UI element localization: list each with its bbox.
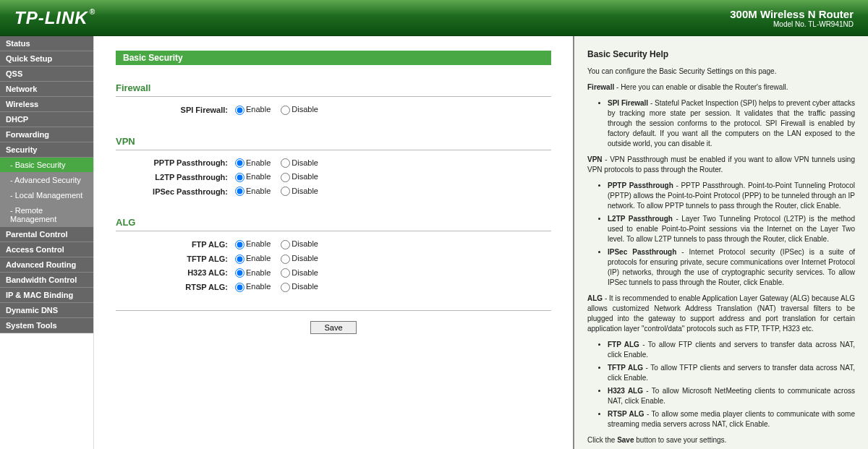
sidebar-item-network[interactable]: Network	[0, 82, 93, 97]
radio-text-h323-disable: Disable	[292, 268, 318, 277]
help-save: Click the Save button to save your setti…	[587, 435, 855, 445]
label-rtsp: RTSP ALG:	[116, 283, 235, 291]
radio-input-spi-enable[interactable]	[235, 106, 244, 115]
radios-spi: EnableDisable	[235, 105, 326, 115]
radio-text-spi-enable: Enable	[246, 105, 271, 114]
main-content: Basic Security FirewallSPI Firewall:Enab…	[94, 36, 573, 449]
sidebar-item-basic-security[interactable]: - Basic Security	[0, 158, 93, 173]
sidebar-item-wireless[interactable]: Wireless	[0, 97, 93, 112]
help-tftp-label: TFTP ALG	[608, 364, 643, 372]
help-ftp-text: - To allow FTP clients and servers to tr…	[608, 341, 855, 359]
sidebar-item-dynamic-dns[interactable]: Dynamic DNS	[0, 303, 93, 318]
row-ftp: FTP ALG:EnableDisable	[116, 237, 551, 252]
radio-input-pptp-disable[interactable]	[281, 158, 290, 168]
radio-input-ipsec-disable[interactable]	[281, 187, 290, 196]
help-l2tp-label: L2TP Passthrough	[608, 215, 673, 223]
save-wrap: Save	[116, 321, 551, 334]
sidebar-item-system-tools[interactable]: System Tools	[0, 318, 93, 333]
radio-l2tp-enable[interactable]: Enable	[235, 172, 271, 182]
radio-input-h323-disable[interactable]	[281, 268, 290, 278]
radio-text-tftp-disable: Disable	[292, 254, 318, 262]
help-ipsec: IPSec Passthrough - Internet Protocol se…	[608, 247, 855, 288]
logo-text: TP-LINK®	[14, 8, 95, 28]
help-pptp: PPTP Passthrough - PPTP Passthrough. Poi…	[608, 181, 855, 211]
radio-input-rtsp-enable[interactable]	[235, 283, 244, 292]
radio-spi-enable[interactable]: Enable	[235, 105, 271, 115]
radio-ipsec-enable[interactable]: Enable	[235, 187, 271, 197]
radio-h323-enable[interactable]: Enable	[235, 268, 271, 278]
radio-pptp-enable[interactable]: Enable	[235, 158, 271, 168]
radio-input-tftp-enable[interactable]	[235, 255, 244, 264]
radio-rtsp-disable[interactable]: Disable	[281, 282, 318, 292]
header: TP-LINK® 300M Wireless N Router Model No…	[0, 0, 868, 36]
radio-pptp-disable[interactable]: Disable	[281, 158, 318, 168]
help-save-prefix: Click the	[587, 436, 617, 444]
help-ftp-label: FTP ALG	[608, 341, 639, 348]
sidebar-item-status[interactable]: Status	[0, 36, 93, 51]
sidebar-item-qss[interactable]: QSS	[0, 67, 93, 82]
radio-tftp-enable[interactable]: Enable	[235, 254, 271, 264]
radio-spi-disable[interactable]: Disable	[281, 105, 318, 115]
sidebar-item-quick-setup[interactable]: Quick Setup	[0, 51, 93, 67]
radio-rtsp-enable[interactable]: Enable	[235, 282, 271, 292]
help-alg-label: ALG	[587, 294, 603, 302]
sidebar-item-dhcp[interactable]: DHCP	[0, 112, 93, 127]
layout: StatusQuick SetupQSSNetworkWirelessDHCPF…	[0, 36, 868, 449]
sidebar-item-parental-control[interactable]: Parental Control	[0, 227, 93, 242]
radio-text-tftp-enable: Enable	[246, 254, 271, 262]
radio-ftp-disable[interactable]: Disable	[281, 239, 318, 249]
section-title-firewall: Firewall	[116, 80, 551, 97]
section-alg: ALGFTP ALG:EnableDisableTFTP ALG:EnableD…	[116, 214, 551, 294]
help-h323: H323 ALG - To allow Microsoft NetMeeting…	[608, 386, 855, 406]
radio-input-l2tp-disable[interactable]	[281, 173, 290, 182]
radio-text-h323-enable: Enable	[246, 268, 271, 277]
help-firewall-text: - Here you can enable or disable the Rou…	[614, 83, 788, 91]
help-pptp-label: PPTP Passthrough	[608, 181, 673, 189]
section-title-alg: ALG	[116, 214, 551, 231]
radios-pptp: EnableDisable	[235, 158, 326, 168]
radio-ipsec-disable[interactable]: Disable	[281, 187, 318, 197]
help-ipsec-label: IPSec Passthrough	[608, 248, 676, 256]
label-h323: H323 ALG:	[116, 268, 235, 277]
help-alg: ALG - It is recommended to enable Applic…	[587, 294, 855, 334]
header-right: 300M Wireless N Router Model No. TL-WR94…	[730, 8, 854, 28]
radio-input-tftp-disable[interactable]	[281, 255, 290, 264]
radio-input-spi-disable[interactable]	[281, 106, 290, 115]
sidebar-item-local-management[interactable]: - Local Management	[0, 188, 93, 203]
radio-input-ftp-enable[interactable]	[235, 240, 244, 249]
radio-input-h323-enable[interactable]	[235, 268, 244, 278]
help-panel: Basic Security Help You can configure th…	[573, 36, 868, 449]
radio-text-l2tp-enable: Enable	[246, 172, 271, 181]
radio-input-pptp-enable[interactable]	[235, 158, 244, 168]
sidebar-item-access-control[interactable]: Access Control	[0, 242, 93, 257]
radio-ftp-enable[interactable]: Enable	[235, 239, 271, 249]
sidebar-item-remote-management[interactable]: - Remote Management	[0, 203, 93, 227]
label-tftp: TFTP ALG:	[116, 255, 235, 263]
radio-input-rtsp-disable[interactable]	[281, 283, 290, 292]
help-spi-label: SPI Firewall	[608, 99, 648, 107]
radio-input-ipsec-enable[interactable]	[235, 187, 244, 196]
help-title: Basic Security Help	[587, 49, 855, 59]
sidebar-item-advanced-routing[interactable]: Advanced Routing	[0, 257, 93, 273]
radio-l2tp-disable[interactable]: Disable	[281, 172, 318, 182]
sidebar-item-advanced-security[interactable]: - Advanced Security	[0, 173, 93, 188]
label-spi: SPI Firewall:	[116, 106, 235, 114]
help-save-bold: Save	[617, 436, 634, 444]
radios-h323: EnableDisable	[235, 268, 326, 278]
sidebar-item-security[interactable]: Security	[0, 142, 93, 158]
radio-input-l2tp-enable[interactable]	[235, 173, 244, 182]
save-button[interactable]: Save	[310, 321, 357, 334]
sidebar-item-bandwidth-control[interactable]: Bandwidth Control	[0, 273, 93, 288]
section-title-vpn: VPN	[116, 133, 551, 150]
sidebar-item-forwarding[interactable]: Forwarding	[0, 127, 93, 142]
radio-input-ftp-disable[interactable]	[281, 240, 290, 249]
radio-text-l2tp-disable: Disable	[292, 172, 318, 181]
radio-tftp-disable[interactable]: Disable	[281, 254, 318, 264]
sidebar-item-ip-mac-binding[interactable]: IP & MAC Binding	[0, 288, 93, 303]
section-firewall: FirewallSPI Firewall:EnableDisable	[116, 80, 551, 117]
help-ftp: FTP ALG - To allow FTP clients and serve…	[608, 340, 855, 360]
help-tftp-text: - To allow TFTP clients and servers to t…	[608, 364, 855, 382]
radios-tftp: EnableDisable	[235, 254, 326, 264]
radio-text-ipsec-disable: Disable	[292, 187, 318, 195]
radio-h323-disable[interactable]: Disable	[281, 268, 318, 278]
